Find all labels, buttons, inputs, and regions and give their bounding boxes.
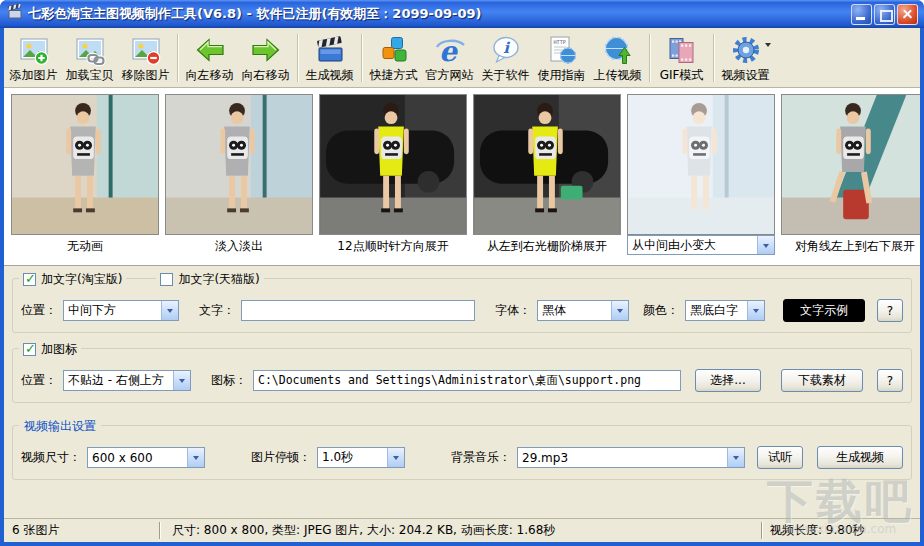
status-image-count: 6 张图片 [4, 522, 159, 539]
titlebar: 七彩色淘宝主图视频制作工具(V6.8) - 软件已注册(有效期至：2099-09… [0, 0, 924, 28]
move-right-button[interactable]: 向右移动 [238, 30, 293, 86]
thumbnail-image [781, 94, 920, 235]
gif-mode-button[interactable]: GIF模式 [654, 30, 709, 86]
download-assets-button[interactable]: 下载素材 [781, 369, 863, 392]
toolbar-label: 快捷方式 [370, 67, 418, 84]
image-pause-select[interactable]: 1.0秒 [317, 447, 405, 468]
icon-label: 图标： [211, 372, 247, 389]
generate-video-button[interactable]: 生成视频 [817, 446, 903, 469]
chevron-down-icon[interactable] [611, 301, 628, 320]
background-music-select[interactable]: 29.mp3 [517, 447, 745, 468]
close-button[interactable] [897, 4, 918, 25]
icon-position-value: 不贴边 - 右侧上方 [64, 372, 173, 389]
chevron-down-icon[interactable] [173, 371, 190, 390]
remove-image-button[interactable]: 移除图片 [118, 30, 173, 86]
app-icon [7, 4, 23, 24]
upload-video-button[interactable]: 上传视频 [590, 30, 645, 86]
text-label: 文字： [199, 302, 235, 319]
chevron-down-icon[interactable] [747, 301, 764, 320]
preview-music-button[interactable]: 试听 [757, 446, 803, 469]
checkbox-label: 加图标 [41, 341, 77, 358]
thumbnail-4[interactable]: 从左到右光栅阶梯展开 [473, 94, 621, 262]
add-text-taobao-checkbox[interactable]: 加文字(淘宝版) [19, 271, 126, 288]
about-button[interactable]: i 关于软件 [478, 30, 533, 86]
thumbnail-5[interactable]: 从中间由小变大 [627, 94, 775, 262]
text-position-select[interactable]: 中间下方 [63, 300, 179, 321]
overlay-text-input[interactable] [241, 300, 475, 321]
thumbnail-3[interactable]: 12点顺时针方向展开 [319, 94, 467, 262]
add-text-group: 加文字(淘宝版) 加文字(天猫版) 位置： 中间下方 文字： 字体： [12, 278, 912, 333]
chevron-down-icon[interactable] [727, 448, 744, 467]
video-settings-icon [730, 34, 762, 66]
toolbar-separator [713, 34, 714, 82]
load-item-icon [74, 34, 106, 66]
thumbnail-image [11, 94, 159, 235]
text-help-button[interactable]: ? [877, 299, 903, 322]
chevron-down-icon[interactable] [387, 448, 404, 467]
window-body: 添加图片 加载宝贝 [4, 28, 920, 542]
thumbnail-caption: 从左到右光栅阶梯展开 [473, 235, 621, 257]
background-music-label: 背景音乐： [451, 449, 511, 466]
guide-icon: HTTP [546, 34, 578, 66]
toolbar-separator [177, 34, 178, 82]
choose-icon-button[interactable]: 选择... [695, 369, 761, 392]
icon-help-button[interactable]: ? [877, 369, 903, 392]
add-icon-checkbox[interactable]: 加图标 [19, 341, 81, 358]
thumbnail-2[interactable]: 淡入淡出 [165, 94, 313, 262]
minimize-button[interactable] [851, 4, 872, 25]
move-right-icon [250, 34, 282, 66]
load-item-button[interactable]: 加载宝贝 [62, 30, 117, 86]
toolbar-label: GIF模式 [660, 67, 704, 84]
about-icon: i [490, 34, 522, 66]
thumbnail-6[interactable]: 对角线左上到右下展开 [781, 94, 920, 262]
checkbox-checked-icon[interactable] [23, 273, 36, 286]
background-music-value: 29.mp3 [518, 451, 727, 465]
add-image-icon [18, 34, 50, 66]
color-label: 颜色： [643, 302, 679, 319]
toolbar-separator [361, 34, 362, 82]
status-image-info: 尺寸: 800 x 800, 类型: JPEG 图片, 大小: 204.2 KB… [160, 522, 761, 539]
video-output-group: 视频输出设置 视频尺寸： 600 x 600 图片停顿： 1.0秒 背景音乐： … [12, 425, 912, 480]
toolbar-label: 向左移动 [186, 67, 234, 84]
website-button[interactable]: e 官方网站 [422, 30, 477, 86]
icon-path-input[interactable] [253, 370, 681, 391]
guide-button[interactable]: HTTP 使用指南 [534, 30, 589, 86]
font-select[interactable]: 黑体 [537, 300, 629, 321]
shortcut-button[interactable]: 快捷方式 [366, 30, 421, 86]
checkbox-unchecked-icon[interactable] [160, 273, 173, 286]
video-settings-button[interactable]: 视频设置 [718, 30, 773, 86]
settings-dropdown-caret[interactable] [765, 43, 771, 50]
position-label: 位置： [21, 302, 57, 319]
text-position-value: 中间下方 [64, 302, 161, 319]
maximize-button[interactable] [874, 4, 895, 25]
thumbnail-1[interactable]: 无动画 [11, 94, 159, 262]
thumbnail-image [165, 94, 313, 235]
chevron-down-icon[interactable] [161, 301, 178, 320]
gif-mode-icon [666, 34, 698, 66]
toolbar-label: 使用指南 [538, 67, 586, 84]
chevron-down-icon[interactable] [757, 236, 774, 254]
video-output-title: 视频输出设置 [19, 418, 101, 435]
website-icon: e [434, 34, 466, 66]
icon-position-select[interactable]: 不贴边 - 右侧上方 [63, 370, 191, 391]
add-text-tmall-checkbox[interactable]: 加文字(天猫版) [156, 271, 263, 288]
video-size-select[interactable]: 600 x 600 [87, 447, 205, 468]
toolbar-label: 官方网站 [426, 67, 474, 84]
font-value: 黑体 [538, 302, 611, 319]
color-select[interactable]: 黑底白字 [685, 300, 765, 321]
thumbnail-caption: 无动画 [11, 235, 159, 257]
thumbnail-image [627, 94, 775, 235]
move-left-button[interactable]: 向左移动 [182, 30, 237, 86]
chevron-down-icon[interactable] [187, 448, 204, 467]
upload-video-icon [602, 34, 634, 66]
checkbox-checked-icon[interactable] [23, 343, 36, 356]
thumbnail-caption: 淡入淡出 [165, 235, 313, 257]
font-label: 字体： [495, 302, 531, 319]
thumbnail-caption: 12点顺时针方向展开 [319, 235, 467, 257]
text-sample-button[interactable]: 文字示例 [783, 299, 865, 322]
transition-select[interactable]: 从中间由小变大 [627, 235, 775, 255]
thumbnail-strip: 无动画 淡入淡出 [4, 88, 920, 266]
make-video-button[interactable]: 生成视频 [302, 30, 357, 86]
add-image-button[interactable]: 添加图片 [6, 30, 61, 86]
status-video-length: 视频长度: 9.80秒 [762, 522, 920, 539]
